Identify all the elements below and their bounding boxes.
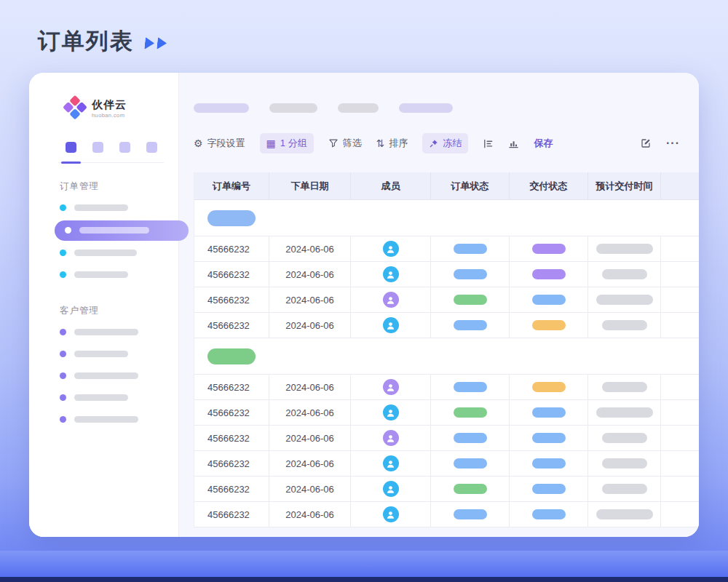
cell-order-date[interactable]: 2024-06-06	[269, 236, 351, 262]
cell-delivery-status[interactable]	[510, 287, 588, 313]
cell-delivery-status[interactable]	[510, 477, 588, 502]
more-button[interactable]: ···	[666, 137, 680, 150]
cell-order-status[interactable]	[431, 375, 510, 400]
column-header-delivery-status[interactable]: 交付状态	[510, 172, 588, 200]
column-header-member[interactable]: 成员	[351, 172, 431, 200]
sidebar-item[interactable]	[60, 365, 178, 387]
field-settings-label: 字段设置	[207, 137, 245, 150]
cell-eta[interactable]	[588, 375, 661, 400]
cell-order-date[interactable]: 2024-06-06	[269, 426, 351, 451]
cell-eta[interactable]	[588, 262, 661, 287]
cell-eta[interactable]	[588, 287, 661, 313]
cell-order-no[interactable]: 45666232	[194, 451, 269, 477]
field-settings-button[interactable]: ⚙ 字段设置	[194, 137, 245, 150]
sidebar-item[interactable]	[60, 264, 178, 286]
sidebar-tab[interactable]	[66, 142, 76, 153]
cell-order-no[interactable]: 45666232	[194, 287, 269, 313]
cell-order-no[interactable]: 45666232	[194, 375, 269, 400]
sidebar-tab[interactable]	[92, 142, 103, 153]
sort-button[interactable]: ⇅ 排序	[376, 137, 408, 150]
cell-delivery-status[interactable]	[510, 375, 588, 400]
chart-view-button[interactable]	[508, 138, 519, 149]
cell-eta[interactable]	[588, 400, 661, 426]
cell-order-status[interactable]	[431, 262, 510, 287]
cell-eta[interactable]	[588, 477, 661, 502]
active-tab-indicator	[61, 162, 81, 164]
save-button[interactable]: 保存	[534, 137, 553, 150]
cell-member[interactable]	[351, 502, 431, 527]
column-header-order-status[interactable]: 订单状态	[431, 172, 510, 200]
cell-delivery-status[interactable]	[510, 502, 588, 527]
sidebar-tab[interactable]	[119, 142, 130, 153]
column-header-eta[interactable]: 预计交付时间	[588, 172, 661, 200]
cell-delivery-status[interactable]	[510, 426, 588, 451]
cell-delivery-status[interactable]	[510, 262, 588, 287]
cell-order-status[interactable]	[431, 477, 510, 502]
row-structure-button[interactable]	[483, 138, 494, 149]
cell-order-status[interactable]	[431, 426, 510, 451]
order-status-pill	[454, 458, 487, 469]
tab-divider	[58, 162, 164, 163]
sidebar-item-active[interactable]	[55, 220, 189, 241]
cell-member[interactable]	[351, 287, 431, 313]
cell-order-date[interactable]: 2024-06-06	[269, 400, 351, 426]
cell-member[interactable]	[351, 375, 431, 400]
cell-member[interactable]	[351, 477, 431, 502]
group-title-pill[interactable]	[207, 348, 256, 364]
freeze-button[interactable]: 冻结	[422, 133, 468, 154]
cell-order-status[interactable]	[431, 287, 510, 313]
cell-delivery-status[interactable]	[510, 236, 588, 262]
breadcrumb-skeleton	[194, 103, 699, 113]
group-label: 1 分组	[280, 137, 307, 150]
cell-order-status[interactable]	[431, 236, 510, 262]
sidebar-item[interactable]	[60, 322, 178, 343]
edit-button[interactable]	[640, 137, 652, 149]
cell-member[interactable]	[351, 400, 431, 426]
cell-order-no[interactable]: 45666232	[194, 477, 269, 502]
sidebar-item[interactable]	[60, 197, 178, 219]
eta-placeholder-pill	[602, 458, 647, 469]
cell-eta[interactable]	[588, 502, 661, 527]
cell-delivery-status[interactable]	[510, 400, 588, 426]
cell-order-date[interactable]: 2024-06-06	[269, 262, 351, 287]
cell-order-no[interactable]: 45666232	[194, 426, 269, 451]
cell-eta[interactable]	[588, 313, 661, 338]
cell-order-date[interactable]: 2024-06-06	[269, 375, 351, 400]
cell-order-no[interactable]: 45666232	[194, 313, 269, 338]
cell-order-status[interactable]	[431, 313, 510, 338]
cell-order-date[interactable]: 2024-06-06	[269, 451, 351, 477]
cell-eta[interactable]	[588, 236, 661, 262]
group-button[interactable]: ▦ 1 分组	[260, 133, 314, 154]
cell-order-no[interactable]: 45666232	[194, 236, 269, 262]
cell-delivery-status[interactable]	[510, 451, 588, 477]
cell-member[interactable]	[351, 262, 431, 287]
sidebar-item[interactable]	[60, 409, 178, 431]
cell-order-date[interactable]: 2024-06-06	[269, 477, 351, 502]
cell-order-no[interactable]: 45666232	[194, 400, 269, 426]
cell-order-date[interactable]: 2024-06-06	[269, 313, 351, 338]
cell-order-no[interactable]: 45666232	[194, 502, 269, 527]
cell-order-status[interactable]	[431, 400, 510, 426]
sidebar-item[interactable]	[60, 242, 178, 264]
sidebar-item[interactable]	[60, 343, 178, 365]
cell-eta[interactable]	[588, 451, 661, 477]
logo[interactable]: 伙伴云 huoban.com	[66, 99, 178, 119]
cell-member[interactable]	[351, 236, 431, 262]
cell-order-status[interactable]	[431, 502, 510, 527]
cell-eta[interactable]	[588, 426, 661, 451]
group-title-pill[interactable]	[207, 210, 256, 226]
filter-button[interactable]: 筛选	[328, 137, 362, 150]
cell-member[interactable]	[351, 426, 431, 451]
cell-delivery-status[interactable]	[510, 313, 588, 338]
cell-order-no[interactable]: 45666232	[194, 262, 269, 287]
cell-member[interactable]	[351, 451, 431, 477]
cell-order-date[interactable]: 2024-06-06	[269, 287, 351, 313]
cell-member[interactable]	[351, 313, 431, 338]
order-status-pill	[454, 484, 487, 494]
cell-order-date[interactable]: 2024-06-06	[269, 502, 351, 527]
column-header-order-no[interactable]: 订单编号	[194, 172, 269, 200]
sidebar-item[interactable]	[60, 387, 178, 409]
column-header-order-date[interactable]: 下单日期	[269, 172, 351, 200]
sidebar-tab[interactable]	[146, 142, 157, 153]
cell-order-status[interactable]	[431, 451, 510, 477]
